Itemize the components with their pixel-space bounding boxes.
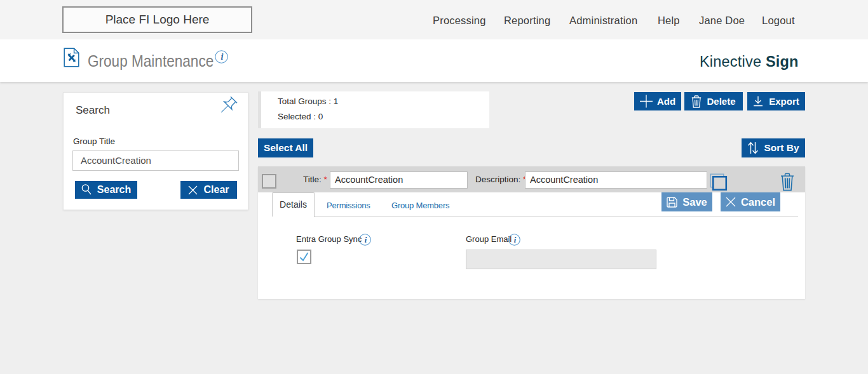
- svg-text:i: i: [221, 52, 224, 62]
- svg-text:i: i: [365, 236, 367, 244]
- svg-text:i: i: [514, 236, 517, 244]
